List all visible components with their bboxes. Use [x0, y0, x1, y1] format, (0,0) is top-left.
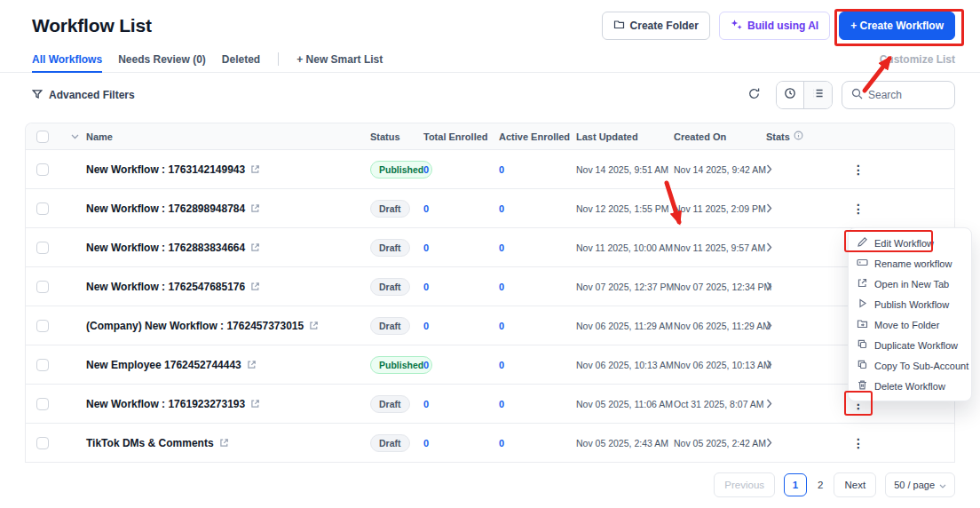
customize-list-button[interactable]: Customize List	[880, 46, 955, 72]
table-row: New Workflow : 1763142149943 Published 0…	[26, 150, 954, 189]
workflow-name-link[interactable]: New Workflow : 1762547685176	[86, 281, 245, 293]
active-enrolled-value[interactable]: 0	[499, 242, 504, 253]
row-checkbox[interactable]	[36, 163, 49, 176]
status-badge: Draft	[370, 317, 410, 335]
total-enrolled-value[interactable]: 0	[423, 164, 429, 175]
workflow-name-link[interactable]: New Workflow : 1762883834664	[86, 242, 245, 254]
header-actions: Create Folder Build using AI + Create Wo…	[602, 12, 955, 40]
build-using-ai-button[interactable]: Build using AI	[719, 12, 830, 40]
column-header-name: Name	[86, 131, 370, 142]
menu-item-publish-workflow[interactable]: Publish Workflow	[849, 294, 971, 314]
open-in-new-tab-icon[interactable]	[250, 240, 260, 256]
total-enrolled-value[interactable]: 0	[423, 321, 429, 331]
stats-expand-chevron-icon[interactable]	[766, 438, 772, 448]
history-refresh-button[interactable]	[740, 82, 767, 108]
page-2-button[interactable]: 2	[816, 480, 825, 490]
menu-item-edit-workflow[interactable]: Edit Workflow	[849, 233, 971, 253]
menu-item-delete-workflow[interactable]: Delete Workflow	[849, 376, 971, 396]
total-enrolled-value[interactable]: 0	[423, 360, 429, 370]
create-folder-button[interactable]: Create Folder	[602, 12, 710, 40]
row-actions-kebab-icon[interactable]: ⋮	[847, 160, 870, 179]
open-in-new-tab-icon[interactable]	[250, 279, 260, 295]
next-page-button[interactable]: Next	[834, 472, 876, 497]
tab-deleted[interactable]: Deleted	[222, 46, 260, 72]
stats-expand-chevron-icon[interactable]	[766, 242, 772, 252]
workflow-name-link[interactable]: New Workflow : 1763142149943	[86, 163, 245, 176]
stats-expand-chevron-icon[interactable]	[766, 203, 772, 213]
row-actions-kebab-icon[interactable]: ⋮	[847, 199, 870, 218]
active-enrolled-value[interactable]: 0	[499, 203, 504, 214]
trash-icon	[857, 379, 868, 393]
create-workflow-button[interactable]: + Create Workflow	[839, 12, 955, 40]
menu-item-open-in-new-tab[interactable]: Open in New Tab	[849, 274, 971, 294]
workflow-name-link[interactable]: New Workflow : 1762898948784	[86, 202, 245, 215]
stats-expand-chevron-icon[interactable]	[766, 282, 772, 291]
total-enrolled-value[interactable]: 0	[423, 399, 429, 409]
previous-page-button[interactable]: Previous	[714, 472, 775, 497]
open-in-new-tab-icon[interactable]	[250, 396, 260, 412]
row-checkbox[interactable]	[36, 359, 49, 371]
tab-all-workflows[interactable]: All Workflows	[32, 46, 102, 72]
menu-item-move-to-folder[interactable]: Move to Folder	[849, 314, 971, 335]
list-view-button[interactable]	[804, 82, 832, 108]
page-size-value: 50 / page	[894, 480, 935, 490]
row-checkbox[interactable]	[36, 281, 49, 293]
open-in-new-tab-icon[interactable]	[247, 357, 257, 373]
active-enrolled-value[interactable]: 0	[499, 360, 504, 370]
duplicate-icon	[857, 338, 868, 352]
open-in-new-tab-icon[interactable]	[250, 201, 260, 217]
create-workflow-label: + Create Workflow	[850, 20, 944, 32]
total-enrolled-value[interactable]: 0	[423, 203, 429, 214]
total-enrolled-value[interactable]: 0	[423, 242, 429, 253]
stats-expand-chevron-icon[interactable]	[766, 164, 772, 174]
menu-item-label: Delete Workflow	[874, 381, 945, 392]
row-checkbox[interactable]	[36, 242, 49, 254]
last-updated-cell: Nov 12 2025, 1:55 PM	[576, 203, 674, 214]
advanced-filters-button[interactable]: Advanced Filters	[32, 89, 135, 102]
search-input[interactable]	[868, 89, 945, 101]
row-checkbox[interactable]	[36, 437, 49, 449]
active-enrolled-value[interactable]: 0	[499, 399, 504, 409]
menu-item-copy-to-sub-account[interactable]: Copy To Sub-Account	[849, 355, 971, 376]
select-all-checkbox[interactable]	[36, 131, 49, 143]
tab-divider	[278, 52, 279, 66]
advanced-filters-label: Advanced Filters	[49, 89, 135, 101]
table-row: New Workflow : 1762883834664 Draft 0 0 N…	[26, 228, 954, 267]
row-checkbox[interactable]	[36, 320, 49, 332]
active-enrolled-value[interactable]: 0	[499, 164, 504, 175]
row-context-menu: Edit Workflow Rename workflow Open in Ne…	[848, 227, 972, 401]
open-in-new-tab-icon[interactable]	[250, 162, 260, 178]
page-size-select[interactable]: 50 / page	[885, 472, 955, 497]
stats-expand-chevron-icon[interactable]	[766, 321, 772, 330]
row-checkbox[interactable]	[36, 202, 49, 215]
stats-expand-chevron-icon[interactable]	[766, 360, 772, 369]
workflow-name-link[interactable]: New Workflow : 1761923273193	[86, 398, 245, 410]
open-in-new-tab-icon[interactable]	[219, 435, 229, 451]
menu-item-duplicate-workflow[interactable]: Duplicate Workflow	[849, 335, 971, 355]
total-enrolled-value[interactable]: 0	[423, 282, 429, 292]
workflow-name-link[interactable]: TikTok DMs & Comments	[86, 437, 214, 449]
stats-expand-chevron-icon[interactable]	[766, 399, 772, 409]
new-smart-list-button[interactable]: + New Smart List	[296, 46, 383, 72]
pagination: Previous 1 2 Next 50 / page	[0, 463, 980, 497]
row-checkbox[interactable]	[36, 398, 49, 410]
page-1-button[interactable]: 1	[784, 473, 807, 496]
tab-needs-review[interactable]: Needs Review (0)	[118, 46, 206, 72]
header-caret-down-icon[interactable]	[63, 134, 86, 139]
workflow-name-link[interactable]: New Employee 1762452744443	[86, 359, 241, 371]
open-in-new-tab-icon[interactable]	[309, 318, 319, 334]
menu-item-rename-workflow[interactable]: Rename workflow	[849, 253, 971, 274]
tabs-row: All Workflows Needs Review (0) Deleted +…	[0, 46, 980, 73]
active-enrolled-value[interactable]: 0	[499, 321, 504, 331]
total-enrolled-value[interactable]: 0	[423, 438, 429, 448]
sparkles-icon	[731, 19, 742, 33]
create-folder-label: Create Folder	[630, 20, 699, 32]
row-actions-kebab-icon[interactable]: ⋮	[847, 433, 870, 453]
active-enrolled-value[interactable]: 0	[499, 438, 504, 448]
workflow-name-link[interactable]: (Company) New Workflow : 1762457373015	[86, 320, 304, 332]
filters-row: Advanced Filters	[0, 73, 980, 117]
recent-view-button[interactable]	[777, 82, 804, 108]
folder-icon	[613, 19, 625, 33]
table-row: TikTok DMs & Comments Draft 0 0 Nov 05 2…	[26, 424, 954, 463]
active-enrolled-value[interactable]: 0	[499, 282, 504, 292]
